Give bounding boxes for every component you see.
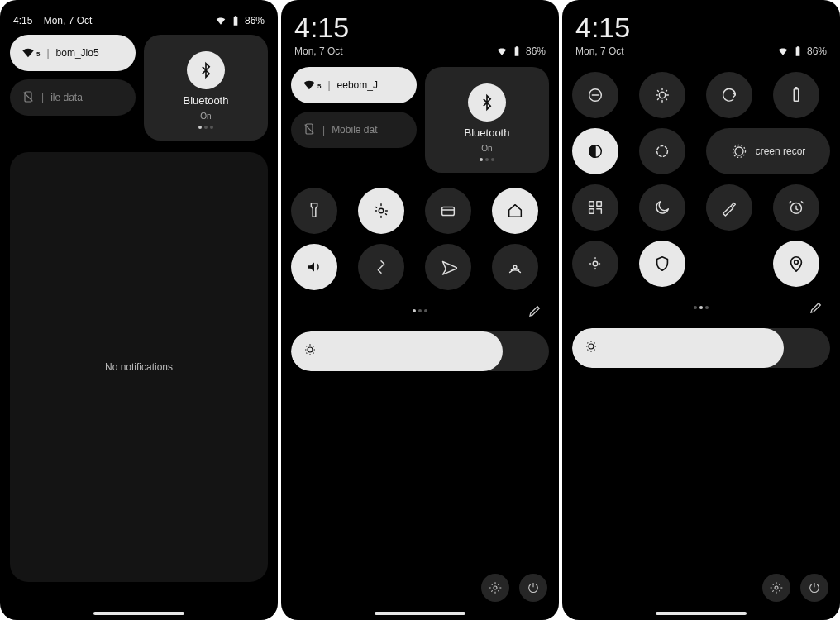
status-time: 4:15 [572, 8, 830, 44]
screen-record-label: creen recor [756, 145, 806, 157]
wallet-toggle[interactable] [425, 188, 471, 234]
home-toggle[interactable] [492, 188, 538, 234]
status-bar: 4:15 Mon, 7 Oct 86% [10, 8, 268, 35]
wifi-tile[interactable]: 5 | bom_Jio5 [10, 35, 136, 71]
power-button[interactable] [519, 574, 547, 602]
wifi-band: 5 [36, 50, 40, 58]
dnd-toggle[interactable] [572, 72, 618, 118]
svg-rect-3 [442, 207, 455, 215]
bluetooth-icon [468, 83, 506, 122]
notification-area[interactable]: No notifications [10, 152, 268, 582]
status-bar: 4:15 Mon, 7 Oct 86% [291, 8, 549, 67]
wifi-ssid: eebom_J [337, 79, 378, 91]
svg-point-5 [308, 347, 313, 352]
settings-button[interactable] [762, 574, 790, 602]
battery-percent: 86% [245, 15, 265, 26]
quick-settings-panel-1: 4:15 Mon, 7 Oct 86% 5 | bom_Jio5 [0, 0, 278, 620]
svg-point-2 [379, 208, 384, 213]
quick-settings-panel-3: 4:15 Mon, 7 Oct 86% creen recor [562, 0, 840, 620]
brightness-slider[interactable] [291, 331, 549, 371]
dark-theme-toggle[interactable] [572, 128, 618, 174]
mobile-data-tile[interactable]: | Mobile dat [291, 112, 417, 148]
bluetooth-icon [187, 51, 225, 89]
airplane-toggle[interactable] [425, 244, 471, 290]
wifi-ssid: bom_Jio5 [56, 47, 99, 59]
status-date: Mon, 7 Oct [294, 45, 343, 57]
svg-point-19 [795, 260, 799, 265]
battery-percent: 86% [526, 45, 546, 57]
thermometer-toggle[interactable] [358, 188, 404, 234]
bluetooth-label: Bluetooth [465, 126, 510, 139]
svg-point-8 [659, 92, 665, 98]
battery-percent: 86% [807, 45, 827, 57]
svg-point-21 [775, 586, 778, 589]
wifi-icon [777, 45, 789, 57]
sync-toggle[interactable] [706, 72, 752, 118]
rotation-toggle[interactable] [358, 244, 404, 290]
svg-rect-14 [589, 202, 594, 207]
edit-tiles-button[interactable] [526, 302, 544, 320]
power-button[interactable] [800, 574, 828, 602]
page-indicator [291, 298, 549, 323]
status-time: 4:15 [291, 8, 549, 44]
bluetooth-tile[interactable]: Bluetooth On [425, 67, 549, 173]
home-indicator[interactable] [656, 612, 747, 615]
status-bar: 4:15 Mon, 7 Oct 86% [572, 8, 830, 67]
svg-point-11 [657, 146, 668, 157]
wifi-icon: 5 [303, 80, 321, 90]
wifi-icon [496, 45, 508, 57]
brightness-toggle[interactable] [639, 72, 685, 118]
qr-scanner-toggle[interactable] [572, 184, 618, 231]
flashlight-toggle[interactable] [291, 188, 337, 234]
svg-point-20 [589, 344, 594, 349]
battery-icon [230, 15, 241, 26]
svg-rect-9 [794, 89, 799, 102]
night-light-toggle[interactable] [639, 128, 685, 174]
sound-toggle[interactable] [291, 244, 337, 290]
bluetooth-state: On [481, 144, 492, 153]
status-left: 4:15 Mon, 7 Oct [13, 15, 92, 26]
battery-icon [511, 45, 523, 57]
svg-point-18 [593, 261, 598, 266]
mobile-data-label: Mobile dat [332, 124, 377, 136]
wifi-icon [215, 15, 227, 26]
svg-rect-15 [597, 202, 602, 207]
bluetooth-state: On [200, 112, 211, 121]
bluetooth-tile[interactable]: Bluetooth On [144, 35, 268, 141]
status-right: 86% [215, 15, 265, 26]
bluetooth-pager [198, 126, 213, 129]
bluetooth-pager [480, 158, 494, 161]
page-indicator [572, 295, 830, 320]
status-date: Mon, 7 Oct [575, 45, 624, 57]
hotspot-toggle[interactable] [492, 244, 538, 290]
no-sim-icon [21, 90, 35, 106]
auto-brightness-toggle[interactable] [572, 241, 618, 287]
no-notifications-label: No notifications [105, 361, 173, 373]
mobile-data-tile[interactable]: | ile data [10, 79, 136, 116]
wifi-tile[interactable]: 5 | eebom_J [291, 67, 417, 103]
svg-point-12 [735, 147, 743, 155]
home-indicator[interactable] [93, 612, 184, 615]
edit-tiles-button[interactable] [807, 298, 825, 317]
svg-rect-16 [589, 209, 594, 214]
color-picker-toggle[interactable] [706, 184, 752, 231]
settings-button[interactable] [481, 574, 509, 602]
vpn-toggle[interactable] [639, 241, 685, 287]
brightness-slider[interactable] [572, 328, 830, 368]
brightness-auto-icon [584, 339, 599, 357]
mobile-data-label: ile data [50, 92, 83, 103]
home-indicator[interactable] [375, 612, 465, 615]
alarm-toggle[interactable] [773, 184, 819, 231]
status-time: 4:15 [13, 15, 32, 26]
bedtime-toggle[interactable] [639, 184, 685, 231]
status-date: Mon, 7 Oct [44, 15, 93, 26]
brightness-auto-icon [303, 342, 317, 360]
wifi-icon: 5 [21, 48, 40, 58]
wifi-band: 5 [317, 83, 321, 90]
svg-point-6 [494, 586, 497, 589]
screen-record-tile[interactable]: creen recor [706, 128, 830, 174]
location-toggle[interactable] [773, 241, 819, 287]
battery-saver-toggle[interactable] [773, 72, 819, 118]
no-sim-icon [303, 122, 316, 138]
bluetooth-label: Bluetooth [184, 94, 229, 107]
